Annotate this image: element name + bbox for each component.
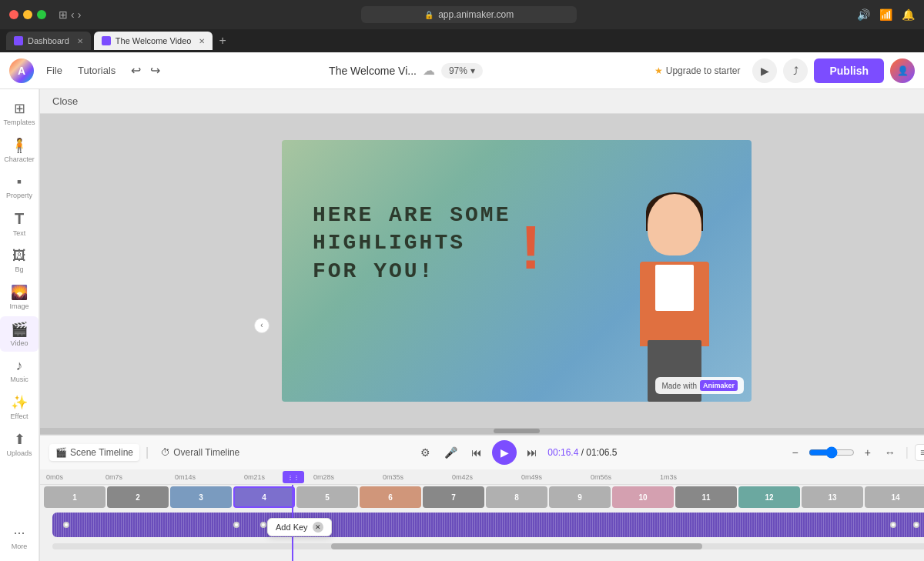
zoom-slider[interactable] <box>808 446 855 459</box>
timeline-ruler: 0m0s 0m7s 0m14s 0m21s 0m28s 0m35s 0m42s … <box>40 469 924 485</box>
timeline-scroll-thumb[interactable] <box>331 543 702 549</box>
app-logo[interactable]: A <box>9 58 34 83</box>
maximize-dot[interactable] <box>37 10 46 19</box>
upgrade-button[interactable]: ★ Upgrade to starter <box>648 62 747 79</box>
notification-icon: 🔔 <box>902 8 915 21</box>
canvas-area: Close HERE ARE SOME HIGHLIGHTS FOR YOU! … <box>40 89 924 434</box>
share-button[interactable]: ⤴ <box>783 58 808 83</box>
audio-dot-mid1[interactable] <box>233 522 239 528</box>
ruler-0m21s: 0m21s <box>244 473 265 481</box>
property-icon: ▪ <box>17 174 22 190</box>
sidebar-item-uploads[interactable]: ⬆ Uploads <box>0 426 38 462</box>
scene-cell-13[interactable]: 13 <box>802 486 863 508</box>
audio-dot-end2[interactable] <box>913 522 919 528</box>
mic-button[interactable]: 🎤 <box>440 444 461 461</box>
slide-exclamation: ! <box>521 217 541 279</box>
scene-cell-4[interactable]: 4 <box>233 486 295 508</box>
os-bar-right: 🔊 📶 🔔 <box>857 8 915 21</box>
window-controls[interactable] <box>9 10 46 19</box>
tutorials-menu[interactable]: Tutorials <box>72 62 122 79</box>
user-avatar[interactable]: 👤 <box>890 58 915 83</box>
zoom-in-button[interactable]: + <box>861 444 875 461</box>
scroll-thumb[interactable] <box>494 429 540 433</box>
wifi-icon: 📶 <box>879 8 892 21</box>
zoom-out-button[interactable]: − <box>788 444 802 461</box>
close-dot[interactable] <box>9 10 18 19</box>
layers-icon: ≡ <box>920 447 924 458</box>
welcome-favicon <box>102 36 111 45</box>
scene-cell-1[interactable]: 1 <box>44 486 105 508</box>
redo-button[interactable]: ↪ <box>147 62 163 79</box>
layer-button[interactable]: ≡ Layer ▾ <box>915 444 924 461</box>
url-bar[interactable]: 🔒 app.animaker.com <box>361 6 577 23</box>
publish-button[interactable]: Publish <box>814 58 884 83</box>
skip-back-button[interactable]: ⏮ <box>467 444 486 461</box>
scene-cell-5[interactable]: 5 00:04 <box>296 486 358 508</box>
scene-cell-8[interactable]: 8 <box>486 486 547 508</box>
new-tab-icon[interactable]: + <box>219 34 226 48</box>
zoom-slider-area[interactable] <box>808 446 855 459</box>
canvas-horizontal-scrollbar[interactable] <box>40 428 924 434</box>
close-button[interactable]: Close <box>52 95 78 107</box>
expand-button[interactable]: ↔ <box>881 444 899 461</box>
watermark-brand: Animaker <box>700 380 738 391</box>
sidebar-item-templates[interactable]: ⊞ Templates <box>0 95 38 131</box>
scene-cell-3[interactable]: 3 <box>170 486 232 508</box>
panel-collapse-button[interactable]: ‹ <box>254 318 270 333</box>
music-label: Music <box>10 376 28 383</box>
cursor-drag-handle[interactable]: ⋮⋮ <box>283 471 304 483</box>
tab-welcome-video[interactable]: The Welcome Video ✕ <box>94 32 213 50</box>
scene-cell-10[interactable]: 10 <box>612 486 674 508</box>
upgrade-label: Upgrade to starter <box>666 65 741 76</box>
file-menu[interactable]: File <box>40 62 69 79</box>
scene-timeline-tab[interactable]: 🎬 Scene Timeline <box>49 444 139 461</box>
audio-dot-end1[interactable] <box>890 522 896 528</box>
scene-cell-11[interactable]: 11 <box>675 486 737 508</box>
sidebar-item-character[interactable]: 🧍 Character <box>0 132 38 168</box>
sidebar-item-bg[interactable]: 🖼 Bg <box>0 243 38 278</box>
property-label: Property <box>6 192 32 199</box>
scene-cell-14[interactable]: 14 <box>865 486 924 508</box>
scene-cell-2[interactable]: 2 <box>107 486 169 508</box>
sidebar-item-text[interactable]: T Text <box>0 205 38 242</box>
zoom-badge[interactable]: 97% ▾ <box>441 63 483 78</box>
sidebar-item-more[interactable]: ··· More <box>0 520 38 555</box>
audio-dot-mid2[interactable] <box>260 522 266 528</box>
scene-cell-7[interactable]: 7 <box>423 486 484 508</box>
sidebar-item-effect[interactable]: ✨ Effect <box>0 389 38 425</box>
scene-cell-6[interactable]: 6 <box>360 486 421 508</box>
play-button[interactable]: ▶ <box>492 440 517 465</box>
overall-timeline-tab[interactable]: ⏱ Overall Timeline <box>155 444 246 461</box>
settings-button[interactable]: ⚙ <box>417 444 434 461</box>
canvas-slide[interactable]: HERE ARE SOME HIGHLIGHTS FOR YOU! ! <box>282 140 752 402</box>
minimize-dot[interactable] <box>23 10 32 19</box>
sidebar-item-image[interactable]: 🌄 Image <box>0 279 38 315</box>
back-icon[interactable]: ‹ <box>71 8 75 21</box>
tab-dashboard[interactable]: Dashboard ✕ <box>6 32 91 50</box>
more-icon: ··· <box>13 525 25 541</box>
tab-active-close-icon[interactable]: ✕ <box>199 37 205 45</box>
forward-icon[interactable]: › <box>78 8 82 21</box>
timeline-scroll-area <box>40 540 924 553</box>
sidebar-item-music[interactable]: ♪ Music <box>0 353 38 388</box>
uploads-label: Uploads <box>6 449 32 457</box>
timeline-scroll-track[interactable] <box>52 543 924 549</box>
tab-bar: Dashboard ✕ The Welcome Video ✕ + <box>0 29 924 52</box>
sidebar-toggle-icon[interactable]: ⊞ <box>59 8 68 21</box>
scene-cell-9[interactable]: 9 <box>549 486 611 508</box>
audio-track[interactable] <box>52 513 924 537</box>
scene-cell-12[interactable]: 12 <box>738 486 800 508</box>
sidebar-item-video[interactable]: 🎬 Video <box>0 316 38 352</box>
add-key-close-button[interactable]: ✕ <box>313 522 323 533</box>
tab-close-icon[interactable]: ✕ <box>77 37 83 45</box>
character-figure <box>621 186 728 402</box>
skip-forward-button[interactable]: ⏭ <box>523 444 541 461</box>
video-label: Video <box>11 339 28 347</box>
current-time-display: 00:16.4 / 01:06.5 <box>547 447 617 458</box>
total-time: 01:06.5 <box>586 447 617 458</box>
sidebar-item-property[interactable]: ▪ Property <box>0 169 38 204</box>
ruler-0m56s: 0m56s <box>591 473 611 481</box>
audio-dot-start[interactable] <box>63 522 69 528</box>
play-preview-button[interactable]: ▶ <box>752 58 777 83</box>
undo-button[interactable]: ↩ <box>128 62 144 79</box>
